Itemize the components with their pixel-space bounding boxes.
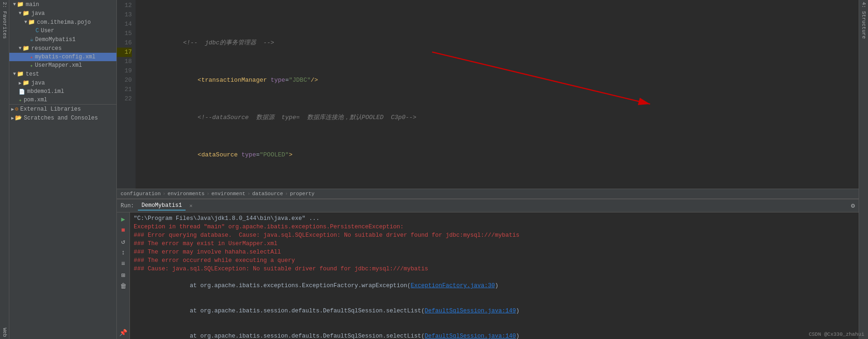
sidebar-item-demomybatis1[interactable]: ☕ DemoMybatis1 (9, 35, 116, 44)
sidebar-item-external-libs[interactable]: ▶ ⚙ External Libraries (9, 104, 116, 113)
sidebar-item-pom[interactable]: ✦ pom.xml (9, 96, 116, 104)
run-content: ▶ ■ ↺ ↕ ≡ ⊞ 🗑 📌 "C:\Program Files\Java\j… (117, 212, 859, 339)
sidebar-item-java[interactable]: ▼ 📁 java (9, 9, 116, 18)
arrow-icon: ▼ (19, 46, 22, 51)
code-line-15: <dataSource type="POOLED"> (139, 141, 859, 150)
sidebar-item-resources[interactable]: ▼ 📁 resources (9, 44, 116, 53)
code-content[interactable]: <!-- jdbc的事务管理器 --> <transactionManager … (136, 0, 859, 189)
output-line-4: ### The error may involve hahaha.selectA… (134, 248, 855, 256)
run-panel-header: Run: DemoMybatis1 ✕ ⚙ (117, 199, 859, 212)
sidebar-label-pom: pom.xml (24, 97, 47, 103)
output-suffix-8: ) (516, 308, 520, 314)
output-link-7[interactable]: ExceptionFactory.java:30 (411, 282, 495, 289)
output-link-8[interactable]: DefaultSqlSession.java:149 (425, 308, 516, 314)
code-line-14: <!--dataSource 数据源 type= 数据库连接池，默认POOLED… (139, 104, 859, 113)
breadcrumb-configuration[interactable]: configuration (121, 191, 161, 197)
folder-icon: 📁 (22, 10, 29, 17)
favorites-tab[interactable]: 2: Favorites (1, 0, 8, 41)
output-line-9: at org.apache.ibatis.session.defaults.De… (134, 324, 855, 339)
code-comment-12: <!-- jdbc的事务管理器 --> (183, 39, 274, 46)
sidebar-item-test[interactable]: ▼ 📁 test (9, 70, 116, 78)
rerun-button[interactable]: ↺ (119, 237, 128, 246)
run-tab-close[interactable]: ✕ (189, 203, 193, 209)
xml-red-icon: ✦ (30, 54, 33, 60)
sidebar-label-external: External Libraries (20, 106, 81, 113)
line-num-15: 15 (117, 29, 132, 38)
watermark: CSDN @Cx330_zhahui (809, 332, 864, 337)
pin-button[interactable]: 📌 (119, 328, 128, 337)
line-num-19: 19 (117, 66, 132, 76)
filter-button[interactable]: ≡ (119, 259, 128, 268)
sidebar-item-iml[interactable]: 📄 mbdemo1.iml (9, 87, 116, 96)
sidebar-label-usermapper: UserMapper.xml (35, 62, 82, 69)
output-suffix-9: ) (516, 333, 520, 339)
breadcrumb-environments[interactable]: environments (167, 191, 204, 197)
sidebar-label-java: java (31, 10, 45, 17)
project-sidebar: ▼ 📁 main ▼ 📁 java ▼ 📁 com.itheima.pojo C… (9, 0, 117, 339)
trash-button[interactable]: 🗑 (119, 282, 128, 291)
sidebar-item-mybatis-config[interactable]: ✦ mybatis-config.xml (9, 53, 116, 61)
print-button[interactable]: ⊞ (119, 270, 128, 280)
output-line-7: at org.apache.ibatis.exceptions.Exceptio… (134, 273, 855, 298)
output-line-6: ### Cause: java.sql.SQLException: No sui… (134, 265, 855, 273)
run-panel: Run: DemoMybatis1 ✕ ⚙ ▶ ■ ↺ ↕ ≡ ⊞ 🗑 📌 (117, 199, 859, 339)
arrow-icon: ▶ (19, 80, 22, 86)
run-output[interactable]: "C:\Program Files\Java\jdk1.8.0_144\bin\… (130, 212, 859, 339)
line-numbers: 12 13 14 15 16 17 18 19 20 21 22 (117, 0, 136, 189)
scratch-icon: 📂 (15, 114, 22, 121)
structure-tab[interactable]: 4: Structure (860, 0, 868, 41)
breadcrumb-sep-4: › (285, 191, 288, 197)
run-tab-demomybatis1[interactable]: DemoMybatis1 (138, 201, 186, 211)
web-tab[interactable]: Web (1, 326, 8, 339)
output-line-path: "C:\Program Files\Java\jdk1.8.0_144\bin\… (134, 214, 855, 223)
output-line-3: ### The error may exist in UserMapper.xm… (134, 240, 855, 248)
iml-icon: 📄 (19, 89, 25, 95)
breadcrumb-datasource[interactable]: dataSource (252, 191, 283, 197)
run-button[interactable]: ▶ (119, 214, 128, 224)
folder-icon: 📁 (22, 79, 29, 86)
sidebar-item-usermapper[interactable]: ✦ UserMapper.xml (9, 61, 116, 70)
sidebar-label-iml: mbdemo1.iml (27, 88, 64, 95)
sidebar-item-main[interactable]: ▼ 📁 main (9, 0, 116, 9)
vertical-tabs-left: 2: Favorites Web (0, 0, 9, 339)
line-num-17: 17 (117, 48, 132, 57)
settings-icon[interactable]: ⚙ (851, 202, 855, 210)
output-line-2: ### Error querying database. Cause: java… (134, 231, 855, 240)
folder-icon: 📁 (28, 19, 35, 26)
run-toolbar: ▶ ■ ↺ ↕ ≡ ⊞ 🗑 📌 (117, 212, 130, 339)
sidebar-label-user: User (41, 28, 54, 34)
vertical-tabs-right: 4: Structure (859, 0, 868, 339)
line-num-16: 16 (117, 38, 132, 48)
output-line-5: ### The error occurred while executing a… (134, 256, 855, 265)
sidebar-label-resources: resources (31, 45, 62, 52)
sidebar-item-pojo[interactable]: ▼ 📁 com.itheima.pojo (9, 18, 116, 27)
output-link-9[interactable]: DefaultSqlSession.java:140 (425, 333, 516, 339)
lib-icon: ⚙ (15, 106, 18, 113)
sidebar-item-user[interactable]: C User (9, 27, 116, 35)
java-icon: ☕ (30, 36, 33, 43)
stop-button[interactable]: ■ (119, 226, 128, 235)
breadcrumb-sep-3: › (247, 191, 251, 197)
code-indent-13 (183, 77, 198, 84)
breadcrumb: configuration › environments › environme… (117, 189, 859, 199)
line-num-18: 18 (117, 57, 132, 66)
scroll-button[interactable]: ↕ (119, 248, 128, 257)
arrow-icon: ▼ (13, 71, 16, 77)
breadcrumb-sep-2: › (207, 191, 210, 197)
sidebar-item-java-test[interactable]: ▶ 📁 java (9, 78, 116, 87)
pom-icon: ✦ (19, 97, 22, 103)
line-num-22: 22 (117, 94, 132, 104)
breadcrumb-environment[interactable]: environment (211, 191, 245, 197)
output-prefix-7: at org.apache.ibatis.exceptions.Exceptio… (176, 282, 411, 289)
code-line-12: <!-- jdbc的事务管理器 --> (139, 29, 859, 38)
line-num-14: 14 (117, 20, 132, 29)
code-editor[interactable]: 12 13 14 15 16 17 18 19 20 21 22 <!-- jd… (117, 0, 859, 189)
sidebar-label-main: main (26, 1, 39, 8)
output-suffix-7: ) (495, 282, 499, 289)
main-container: 2: Favorites Web ▼ 📁 main ▼ 📁 java ▼ 📁 c… (0, 0, 868, 339)
sidebar-item-scratches[interactable]: ▶ 📂 Scratches and Consoles (9, 113, 116, 122)
sidebar-label-mybatis-config: mybatis-config.xml (35, 54, 96, 60)
line-num-20: 20 (117, 76, 132, 85)
arrow-icon: ▼ (19, 11, 22, 16)
breadcrumb-property[interactable]: property (290, 191, 315, 197)
